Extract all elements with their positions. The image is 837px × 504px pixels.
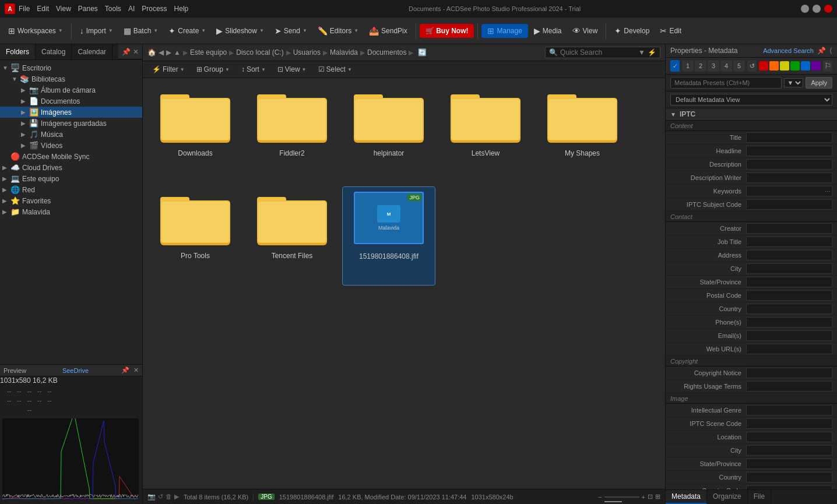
color-orange-button[interactable] (769, 61, 779, 71)
file-item-5[interactable]: Pro Tools (149, 186, 242, 286)
manage-button[interactable]: ⊞ Manage (481, 24, 527, 38)
home-icon[interactable]: 🏠 (147, 48, 156, 57)
tree-item-imágenes-guardadas[interactable]: ▶ 💾 Imágenes guardadas (0, 118, 142, 129)
tree-item-acdsee-mobile-sync[interactable]: 🔴 ACDSee Mobile Sync (0, 151, 142, 162)
default-view-select[interactable]: Default Metadata View (670, 94, 832, 105)
search-input[interactable] (560, 48, 636, 57)
view-button[interactable]: 👁 View (568, 24, 603, 38)
input-city[interactable] (746, 263, 832, 274)
up-icon[interactable]: ▲ (174, 48, 181, 57)
input-address[interactable] (746, 250, 832, 260)
slideshow-button[interactable]: ▶ Slideshow ▼ (212, 24, 269, 38)
breadcrumb-computer[interactable]: Este equipo (190, 48, 227, 57)
input-location[interactable] (746, 432, 832, 442)
tree-item-malavida[interactable]: ▶ 📁 Malavida (0, 206, 142, 217)
color-red-button[interactable] (759, 61, 768, 71)
input-intellectual-genre[interactable] (746, 405, 832, 415)
keywords-button[interactable]: ⋯ (825, 188, 831, 195)
input-description[interactable] (746, 159, 832, 170)
tree-item-escritorio[interactable]: ▼ 🖥️ Escritorio (0, 62, 142, 73)
actual-size-icon[interactable]: ⊞ (655, 493, 660, 501)
sidebar-close-icon[interactable]: ✕ (133, 48, 139, 56)
create-button[interactable]: ✦ Create ▼ (164, 24, 210, 38)
status-rotate-icon[interactable]: ↺ (158, 493, 163, 501)
buy-now-button[interactable]: 🛒 Buy Now! (420, 24, 474, 38)
forward-icon[interactable]: ▶ (166, 48, 171, 57)
breadcrumb-refresh-icon[interactable]: 🔄 (418, 48, 427, 57)
input-title[interactable] (746, 132, 832, 143)
tree-item-vídeos[interactable]: ▶ 🎬 Vídeos (0, 140, 142, 151)
input-phones[interactable] (746, 317, 832, 327)
tab-metadata[interactable]: Metadata (666, 490, 707, 504)
batch-button[interactable]: ▦ Batch ▼ (119, 24, 163, 38)
file-item-3[interactable]: LetsView (439, 84, 532, 183)
menu-tools[interactable]: Tools (105, 5, 121, 13)
file-item-1[interactable]: Fiddler2 (245, 84, 339, 183)
input-image-country[interactable] (746, 472, 832, 482)
input-country[interactable] (746, 304, 832, 314)
tree-item-red[interactable]: ▶ 🌐 Red (0, 184, 142, 195)
input-copyright-notice[interactable] (746, 368, 832, 378)
rating-1-button[interactable]: 1 (682, 60, 694, 72)
tree-item-favorites[interactable]: ▶ ⭐ Favorites (0, 195, 142, 206)
advanced-search-link[interactable]: Advanced Search (763, 47, 814, 54)
sidebar-pin-icon[interactable]: 📌 (122, 48, 131, 56)
status-play-icon[interactable]: ▶ (174, 493, 179, 501)
rotate-left-icon[interactable]: ↺ (747, 60, 757, 72)
input-state[interactable] (746, 277, 832, 287)
develop-button[interactable]: ✦ Develop (610, 24, 654, 38)
input-iptc-scene[interactable] (746, 418, 832, 429)
input-country-code[interactable] (746, 485, 832, 489)
check-icon[interactable]: ✓ (670, 60, 680, 72)
input-headline[interactable] (746, 146, 832, 156)
file-item-2[interactable]: helpinator (342, 84, 435, 183)
sendpix-button[interactable]: 📤 SendPix (364, 24, 412, 38)
input-image-state[interactable] (746, 459, 832, 469)
rating-4-button[interactable]: 4 (720, 60, 732, 72)
breadcrumb-users[interactable]: Usuarios (293, 48, 321, 57)
maximize-button[interactable] (813, 5, 821, 13)
input-description-writer[interactable] (746, 172, 832, 183)
input-creator[interactable] (746, 223, 832, 234)
preview-close-icon[interactable]: ✕ (133, 366, 139, 373)
tree-item-álbum-de-cámara[interactable]: ▶ 📷 Álbum de cámara (0, 84, 142, 96)
sort-button[interactable]: ↕ Sort ▼ (237, 64, 270, 75)
status-add-icon[interactable]: 📷 (147, 493, 156, 501)
tab-calendar[interactable]: Calendar (72, 44, 112, 59)
breadcrumb-disk[interactable]: Disco local (C:) (236, 48, 283, 57)
input-rights-usage[interactable] (746, 381, 832, 392)
menu-view[interactable]: View (56, 5, 71, 13)
input-image-city[interactable] (746, 445, 832, 456)
tree-item-este-equipo[interactable]: ▶ 💻 Este equipo (0, 173, 142, 184)
tree-item-imágenes[interactable]: ▶ 🖼️ Imágenes (0, 107, 142, 118)
file-item-4[interactable]: My Shapes (536, 84, 629, 183)
input-emails[interactable] (746, 330, 832, 341)
rating-2-button[interactable]: 2 (695, 60, 706, 72)
iptc-section-header[interactable]: ▼ IPTC (666, 108, 837, 121)
tab-folders[interactable]: Folders (0, 44, 36, 59)
back-icon[interactable]: ◀ (159, 48, 164, 57)
import-button[interactable]: ↓ Import ▼ (75, 24, 118, 38)
menu-file[interactable]: File (19, 5, 30, 13)
preview-pin-icon[interactable]: 📌 (121, 366, 129, 373)
menu-process[interactable]: Process (142, 5, 167, 13)
right-expand-icon[interactable]: ⟨ (829, 47, 832, 55)
search-filter-icon[interactable]: ⚡ (648, 48, 656, 57)
group-button[interactable]: ⊞ Group ▼ (192, 64, 234, 75)
tab-catalog[interactable]: Catalog (36, 44, 72, 59)
tab-file[interactable]: File (748, 490, 771, 504)
input-postal[interactable] (746, 290, 832, 301)
file-item-0[interactable]: Downloads (149, 84, 242, 183)
metadata-preset-input[interactable] (670, 77, 782, 89)
view-options-button[interactable]: ⊡ View ▼ (273, 64, 311, 75)
menu-edit[interactable]: Edit (37, 5, 49, 13)
right-pin-icon[interactable]: 📌 (817, 47, 826, 55)
editors-button[interactable]: ✏️ Editors ▼ (313, 24, 363, 38)
status-delete-icon[interactable]: 🗑 (166, 493, 172, 501)
input-keywords[interactable]: ⋯ (746, 186, 832, 196)
breadcrumb-documents[interactable]: Documentos (367, 48, 406, 57)
zoom-in-icon[interactable]: + (642, 494, 645, 501)
tab-organize[interactable]: Organize (707, 490, 748, 504)
color-blue-button[interactable] (801, 61, 810, 71)
filter-button[interactable]: ⚡ Filter ▼ (147, 64, 189, 75)
